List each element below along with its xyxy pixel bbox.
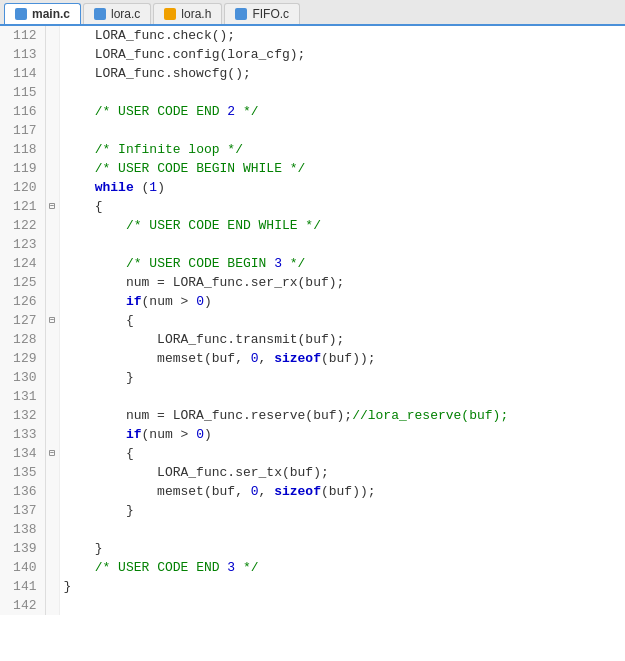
code-content: { (59, 197, 625, 216)
fold-marker (45, 159, 59, 178)
tab-label-lora-h: lora.h (181, 7, 211, 21)
table-row: 113 LORA_func.config(lora_cfg); (0, 45, 625, 64)
tab-fifo-c[interactable]: FIFO.c (224, 3, 300, 24)
fold-marker (45, 349, 59, 368)
fold-marker (45, 83, 59, 102)
table-row: 119 /* USER CODE BEGIN WHILE */ (0, 159, 625, 178)
fold-marker (45, 64, 59, 83)
table-row: 121⊟ { (0, 197, 625, 216)
fold-marker (45, 45, 59, 64)
tab-bar: main.clora.clora.hFIFO.c (0, 0, 625, 26)
code-content: /* USER CODE END 3 */ (59, 558, 625, 577)
fold-marker (45, 463, 59, 482)
fold-marker (45, 596, 59, 615)
line-number: 131 (0, 387, 45, 406)
line-number: 119 (0, 159, 45, 178)
fold-marker (45, 406, 59, 425)
table-row: 140 /* USER CODE END 3 */ (0, 558, 625, 577)
code-content: num = LORA_func.ser_rx(buf); (59, 273, 625, 292)
line-number: 127 (0, 311, 45, 330)
fold-marker[interactable]: ⊟ (45, 444, 59, 463)
tab-lora-h[interactable]: lora.h (153, 3, 222, 24)
line-number: 121 (0, 197, 45, 216)
tab-lora-c[interactable]: lora.c (83, 3, 151, 24)
code-content: } (59, 501, 625, 520)
table-row: 116 /* USER CODE END 2 */ (0, 102, 625, 121)
table-row: 126 if(num > 0) (0, 292, 625, 311)
code-lines: 112 LORA_func.check();113 LORA_func.conf… (0, 26, 625, 615)
table-row: 136 memset(buf, 0, sizeof(buf)); (0, 482, 625, 501)
fold-marker (45, 178, 59, 197)
fold-marker (45, 273, 59, 292)
fold-marker (45, 520, 59, 539)
code-content: LORA_func.ser_tx(buf); (59, 463, 625, 482)
line-number: 142 (0, 596, 45, 615)
table-row: 127⊟ { (0, 311, 625, 330)
c-icon (235, 8, 247, 20)
line-number: 140 (0, 558, 45, 577)
code-content: if(num > 0) (59, 292, 625, 311)
line-number: 136 (0, 482, 45, 501)
table-row: 141} (0, 577, 625, 596)
fold-marker (45, 501, 59, 520)
line-number: 132 (0, 406, 45, 425)
fold-marker (45, 26, 59, 45)
line-number: 135 (0, 463, 45, 482)
fold-marker (45, 368, 59, 387)
line-number: 134 (0, 444, 45, 463)
h-icon (164, 8, 176, 20)
table-row: 128 LORA_func.transmit(buf); (0, 330, 625, 349)
fold-marker (45, 102, 59, 121)
fold-marker[interactable]: ⊟ (45, 311, 59, 330)
code-content: memset(buf, 0, sizeof(buf)); (59, 482, 625, 501)
code-content: num = LORA_func.reserve(buf);//lora_rese… (59, 406, 625, 425)
table-row: 129 memset(buf, 0, sizeof(buf)); (0, 349, 625, 368)
table-row: 138 (0, 520, 625, 539)
code-content: } (59, 577, 625, 596)
line-number: 129 (0, 349, 45, 368)
code-content (59, 235, 625, 254)
line-number: 138 (0, 520, 45, 539)
fold-marker (45, 140, 59, 159)
tab-main-c[interactable]: main.c (4, 3, 81, 24)
code-content: /* USER CODE END 2 */ (59, 102, 625, 121)
table-row: 114 LORA_func.showcfg(); (0, 64, 625, 83)
line-number: 123 (0, 235, 45, 254)
line-number: 122 (0, 216, 45, 235)
code-content: memset(buf, 0, sizeof(buf)); (59, 349, 625, 368)
code-content: { (59, 311, 625, 330)
line-number: 124 (0, 254, 45, 273)
code-content: LORA_func.transmit(buf); (59, 330, 625, 349)
fold-marker[interactable]: ⊟ (45, 197, 59, 216)
code-content (59, 520, 625, 539)
line-number: 141 (0, 577, 45, 596)
table-row: 135 LORA_func.ser_tx(buf); (0, 463, 625, 482)
tab-label-lora-c: lora.c (111, 7, 140, 21)
table-row: 124 /* USER CODE BEGIN 3 */ (0, 254, 625, 273)
fold-marker (45, 539, 59, 558)
line-number: 112 (0, 26, 45, 45)
line-number: 139 (0, 539, 45, 558)
line-number: 118 (0, 140, 45, 159)
fold-marker (45, 121, 59, 140)
c-icon (15, 8, 27, 20)
fold-marker (45, 577, 59, 596)
table-row: 115 (0, 83, 625, 102)
code-content (59, 83, 625, 102)
line-number: 117 (0, 121, 45, 140)
fold-marker (45, 330, 59, 349)
table-row: 125 num = LORA_func.ser_rx(buf); (0, 273, 625, 292)
line-number: 133 (0, 425, 45, 444)
table-row: 120 while (1) (0, 178, 625, 197)
tab-label-main-c: main.c (32, 7, 70, 21)
fold-marker (45, 387, 59, 406)
fold-marker (45, 235, 59, 254)
code-content: } (59, 539, 625, 558)
code-content: /* Infinite loop */ (59, 140, 625, 159)
line-number: 116 (0, 102, 45, 121)
table-row: 122 /* USER CODE END WHILE */ (0, 216, 625, 235)
table-row: 139 } (0, 539, 625, 558)
code-content: } (59, 368, 625, 387)
code-content: if(num > 0) (59, 425, 625, 444)
code-area[interactable]: 112 LORA_func.check();113 LORA_func.conf… (0, 26, 625, 615)
